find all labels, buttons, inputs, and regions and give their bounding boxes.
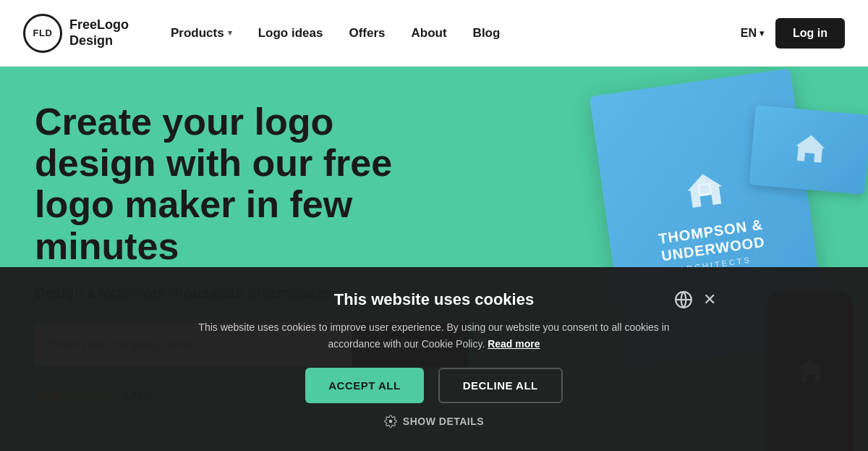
- house-icon: [681, 166, 730, 218]
- cookie-title: This website uses cookies: [181, 290, 687, 309]
- language-selector[interactable]: EN ▾: [741, 27, 764, 40]
- gear-icon: [384, 415, 397, 428]
- globe-icon[interactable]: [674, 290, 693, 309]
- logo[interactable]: FLD FreeLogo Design: [23, 14, 129, 53]
- nav-item-products[interactable]: Products ▾: [158, 0, 245, 67]
- login-button[interactable]: Log in: [775, 18, 845, 49]
- close-icon[interactable]: ✕: [703, 290, 716, 309]
- logo-circle: FLD: [23, 14, 62, 53]
- nav-item-offers[interactable]: Offers: [336, 0, 398, 67]
- cookie-body: This website uses cookies to improve use…: [181, 319, 687, 352]
- navbar: FLD FreeLogo Design Products ▾ Logo idea…: [0, 0, 868, 67]
- nav-item-about[interactable]: About: [399, 0, 460, 67]
- cookie-read-more[interactable]: Read more: [488, 338, 540, 350]
- decline-all-button[interactable]: DECLINE ALL: [438, 368, 563, 403]
- hero-title: Create your logo design with our free lo…: [35, 101, 443, 267]
- nav-right: EN ▾ Log in: [741, 18, 845, 49]
- nav-item-logo-ideas[interactable]: Logo ideas: [245, 0, 336, 67]
- small-house-icon: [791, 129, 830, 171]
- small-logo-card: [749, 105, 868, 195]
- show-details-button[interactable]: SHOW DETAILS: [181, 415, 687, 428]
- cookie-buttons: ACCEPT ALL DECLINE ALL: [181, 368, 687, 403]
- cookie-inner: ✕ This website uses cookies This website…: [181, 290, 687, 428]
- nav-links: Products ▾ Logo ideas Offers About Blog: [158, 0, 741, 67]
- accept-all-button[interactable]: ACCEPT ALL: [305, 368, 423, 403]
- logo-text: FreeLogo Design: [69, 17, 129, 49]
- cookie-top-right: ✕: [674, 290, 716, 309]
- cookie-banner: ✕ This website uses cookies This website…: [0, 267, 868, 451]
- chevron-down-icon: ▾: [760, 28, 764, 38]
- chevron-down-icon: ▾: [228, 28, 232, 38]
- nav-item-blog[interactable]: Blog: [460, 0, 514, 67]
